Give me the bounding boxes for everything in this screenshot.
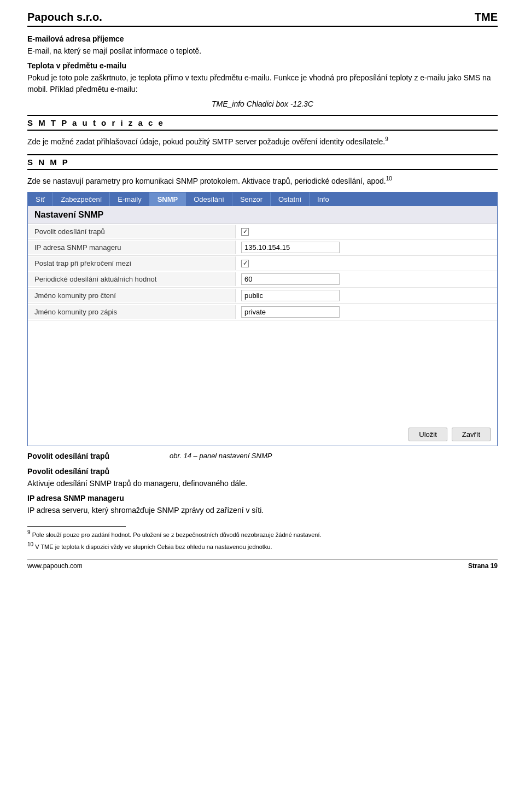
snmp-value-community-read <box>236 288 497 303</box>
snmp-row-trap-limit: Poslat trap při překročení mezí ✓ <box>28 256 497 271</box>
snmp-row-community-write: Jméno komunity pro zápis <box>28 304 497 320</box>
input-community-write[interactable] <box>241 306 340 318</box>
snmp-panel-body: Povolit odesílání trapů ✓ IP adresa SNMP… <box>28 224 497 423</box>
snmp-panel: Síť Zabezpečení E-maily SNMP Odesílání S… <box>27 192 498 446</box>
fig-caption-section-label: Povolit odesílání trapů <box>27 452 137 460</box>
smtp-text: Zde je možné zadat přihlašovací údaje, p… <box>27 135 498 148</box>
tab-sit[interactable]: Síť <box>28 192 53 206</box>
save-button[interactable]: Uložit <box>409 428 447 441</box>
email-address-heading: E-mailová adresa příjemce <box>27 34 498 43</box>
fig-caption-text: obr. 14 – panel nastavení SNMP <box>170 452 272 460</box>
email-subject-text: Pokud je toto pole zaškrtnuto, je teplot… <box>27 72 498 95</box>
snmp-panel-footer: Uložit Zavřít <box>28 423 497 446</box>
snmp-panel-title: Nastavení SNMP <box>28 206 497 224</box>
footer-url: www.papouch.com <box>27 562 83 570</box>
footer-page: Strana 19 <box>468 562 498 570</box>
ip-section-text: IP adresa serveru, který shromažďuje SNM… <box>27 505 498 516</box>
checkbox-traps-enable[interactable]: ✓ <box>241 228 249 236</box>
snmp-panel-empty-space <box>28 320 497 419</box>
traps-section-text: Aktivuje odesílání SNMP trapů do manager… <box>27 478 498 489</box>
snmp-row-community-read: Jméno komunity pro čtení <box>28 288 497 304</box>
snmp-tabs: Síť Zabezpečení E-maily SNMP Odesílání S… <box>28 192 497 206</box>
tab-emaily[interactable]: E-maily <box>110 192 149 206</box>
tab-senzor[interactable]: Senzor <box>232 192 271 206</box>
company-name: Papouch s.r.o. <box>27 11 102 24</box>
tab-ostatni[interactable]: Ostatní <box>271 192 310 206</box>
snmp-footnote-ref: 10 <box>386 176 392 182</box>
fig-caption-row: Povolit odesílání trapů obr. 14 – panel … <box>27 452 498 460</box>
footer: www.papouch.com Strana 19 <box>27 559 498 570</box>
input-periodic[interactable] <box>241 273 340 285</box>
snmp-label-periodic: Periodické odesílání aktuálních hodnot <box>28 272 236 286</box>
tab-zabezpeceni[interactable]: Zabezpečení <box>53 192 110 206</box>
snmp-row-traps-enable: Povolit odesílání trapů ✓ <box>28 224 497 239</box>
snmp-heading: S N M P <box>27 154 498 170</box>
snmp-label-ip: IP adresa SNMP manageru <box>28 241 236 254</box>
snmp-value-periodic <box>236 271 497 287</box>
snmp-label-traps-enable: Povolit odesílání trapů <box>28 225 236 238</box>
tab-snmp[interactable]: SNMP <box>150 192 186 206</box>
snmp-intro-text: Zde se nastavují parametry pro komunikac… <box>27 174 498 187</box>
tab-info[interactable]: Info <box>310 192 337 206</box>
input-community-read[interactable] <box>241 290 340 301</box>
snmp-value-trap-limit: ✓ <box>236 258 497 270</box>
email-address-text: E-mail, na který se mají posílat informa… <box>27 45 498 57</box>
tab-odesilani[interactable]: Odesílání <box>186 192 232 206</box>
input-ip[interactable] <box>241 242 340 253</box>
product-name: TME <box>475 11 498 24</box>
ip-section-heading: IP adresa SNMP manageru <box>27 494 498 503</box>
email-subject-heading: Teplota v předmětu e-mailu <box>27 61 498 70</box>
snmp-row-periodic: Periodické odesílání aktuálních hodnot <box>28 271 497 288</box>
smtp-footnote-ref: 9 <box>385 136 388 142</box>
header: Papouch s.r.o. TME <box>27 11 498 27</box>
page: Papouch s.r.o. TME E-mailová adresa příj… <box>0 0 525 812</box>
snmp-label-community-write: Jméno komunity pro zápis <box>28 305 236 319</box>
snmp-row-ip: IP adresa SNMP manageru <box>28 239 497 256</box>
checkbox-trap-limit[interactable]: ✓ <box>241 260 249 267</box>
snmp-value-traps-enable: ✓ <box>236 226 497 238</box>
footnote-9: 9 Pole slouží pouze pro zadání hodnot. P… <box>27 529 498 539</box>
snmp-value-ip <box>236 239 497 255</box>
snmp-label-trap-limit: Poslat trap při překročení mezí <box>28 256 236 270</box>
traps-section-heading: Povolit odesílání trapů <box>27 467 498 476</box>
footnote-line <box>27 526 126 527</box>
footnote-10: 10 V TME je teplota k dispozici vždy ve … <box>27 541 498 551</box>
smtp-heading: S M T P a u t o r i z a c e <box>27 115 498 131</box>
snmp-label-community-read: Jméno komunity pro čtení <box>28 289 236 302</box>
email-subject-example: TME_info Chladici box -12.3C <box>27 100 498 108</box>
snmp-value-community-write <box>236 304 497 320</box>
close-button[interactable]: Zavřít <box>452 428 491 441</box>
